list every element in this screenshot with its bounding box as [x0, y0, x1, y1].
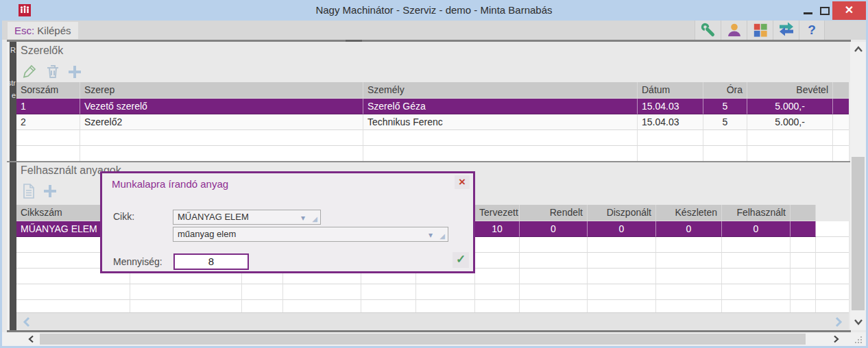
- add-plus-icon[interactable]: [43, 184, 58, 199]
- chevron-down-icon[interactable]: ▾: [429, 228, 433, 242]
- background-text-fragment: str: [10, 79, 16, 87]
- cell-datum: 15.04.03: [638, 114, 703, 130]
- wrench-icon: [700, 22, 716, 38]
- section-divider: [7, 161, 851, 162]
- cell-szemely: Technikus Ferenc: [363, 114, 638, 130]
- modules-button[interactable]: [747, 21, 773, 40]
- cell-ora: 5: [703, 114, 747, 130]
- quantity-label: Mennyiség:: [113, 256, 162, 267]
- window-title: Nagy Machinátor - Szerviz - demo - Minta…: [0, 0, 868, 21]
- cikk-name-dropdown[interactable]: műanyag elem ▾ ◢: [173, 227, 448, 242]
- scroll-left-icon[interactable]: [22, 316, 32, 327]
- scroll-right-icon[interactable]: [834, 316, 843, 327]
- cikk-label: Cikk:: [113, 211, 134, 222]
- cell-szemely: Szerelő Géza: [363, 99, 638, 114]
- cell-ora: 5: [703, 99, 747, 114]
- column-header: [833, 82, 849, 99]
- dialog-close-button[interactable]: ×: [455, 175, 470, 189]
- table-row[interactable]: 2 Szerelő2 Technikus Ferenc 15.04.03 5 5…: [16, 114, 849, 130]
- column-header: Dátum: [638, 82, 703, 99]
- transfer-icon: [777, 22, 795, 38]
- column-header: Rendelt: [520, 205, 588, 221]
- table-row-empty[interactable]: [16, 300, 849, 312]
- table-row-empty[interactable]: [16, 130, 849, 146]
- scroll-right-icon[interactable]: [833, 335, 840, 343]
- cell-szerep: Szerelő2: [80, 114, 363, 130]
- exit-button[interactable]: Esc: Kilépés: [8, 22, 78, 39]
- user-icon: [726, 22, 743, 38]
- modules-icon: [753, 23, 768, 38]
- mechanics-actions: [22, 64, 82, 80]
- column-header: Felhasznált: [722, 205, 791, 221]
- scroll-down-icon[interactable]: [854, 319, 863, 325]
- vertical-scrollbar[interactable]: [850, 42, 866, 330]
- cell-diszponalt: 0: [588, 221, 656, 237]
- toolbar: Esc: Kilépés: [2, 21, 866, 40]
- cell-sorszam: 2: [16, 114, 80, 130]
- transfer-button[interactable]: [773, 21, 799, 40]
- resize-grip[interactable]: [855, 336, 862, 343]
- quantity-input[interactable]: 8: [173, 253, 249, 270]
- user-button[interactable]: [721, 21, 747, 40]
- background-text-fragment: R: [10, 46, 16, 54]
- column-header: Szerep: [80, 82, 363, 99]
- dropdown-corner-icon[interactable]: ◢: [312, 212, 317, 226]
- exit-key-label: Esc:: [14, 25, 34, 36]
- material-dialog: Munkalapra írandó anyag × Cikk: MŰANYAG …: [100, 171, 475, 273]
- background-panel-edge: R str e: [10, 42, 16, 330]
- cell-bevetel: 5.000,-: [747, 99, 833, 114]
- cell-tervezett: 10: [475, 221, 520, 237]
- table-row-empty[interactable]: [16, 146, 849, 162]
- column-header: Személy: [363, 82, 638, 99]
- cell-datum: 15.04.03: [638, 99, 703, 114]
- cikk-name-dropdown-value: műanyag elem: [178, 229, 236, 239]
- cell-bevetel: 5.000,-: [747, 114, 833, 130]
- app-window: Nagy Machinátor - Szerviz - demo - Minta…: [0, 0, 868, 348]
- column-header: [791, 205, 816, 221]
- exit-label: Kilépés: [37, 25, 71, 36]
- cell-keszleten: 0: [656, 221, 722, 237]
- table-row-empty[interactable]: [16, 284, 849, 300]
- column-header: Tervezett: [475, 205, 520, 221]
- delete-trash-icon[interactable]: [45, 64, 60, 80]
- column-header: Készleten: [656, 205, 722, 221]
- vertical-scrollbar-thumb[interactable]: [852, 157, 865, 310]
- mechanics-table: Sorszám Szerep Személy Dátum Óra Bevétel…: [16, 82, 849, 162]
- help-button[interactable]: ?: [799, 21, 825, 40]
- minimize-button[interactable]: [801, 3, 816, 18]
- edit-pencil-icon[interactable]: [22, 64, 38, 80]
- cell-szerep: Vezető szerelő: [80, 99, 363, 114]
- cikk-dropdown-value: MŰANYAG ELEM: [178, 212, 249, 222]
- mechanics-table-header: Sorszám Szerep Személy Dátum Óra Bevétel: [16, 82, 849, 99]
- cell-extra: [833, 114, 849, 130]
- settings-wrench-button[interactable]: [695, 21, 721, 40]
- cikk-dropdown[interactable]: MŰANYAG ELEM ▾ ◢: [173, 210, 321, 225]
- cell-felhasznalt: 0: [722, 221, 791, 237]
- chevron-down-icon[interactable]: ▾: [301, 211, 305, 225]
- column-header: Bevétel: [747, 82, 833, 99]
- column-header: [816, 205, 849, 221]
- toolbar-icons: ?: [695, 21, 825, 40]
- cell-sorszam: 1: [16, 99, 80, 114]
- dropdown-corner-icon[interactable]: ◢: [439, 229, 445, 243]
- column-header: Diszponált: [588, 205, 656, 221]
- table-row-selected[interactable]: 1 Vezető szerelő Szerelő Géza 15.04.03 5…: [16, 99, 849, 114]
- title-bar: Nagy Machinátor - Szerviz - demo - Minta…: [0, 0, 868, 21]
- help-icon: ?: [808, 23, 816, 38]
- materials-actions: [22, 183, 58, 199]
- dialog-title: Munkalapra írandó anyag: [112, 178, 228, 190]
- column-header: Sorszám: [16, 82, 80, 99]
- document-icon[interactable]: [22, 183, 36, 199]
- window-horizontal-scrollbar[interactable]: [2, 332, 866, 346]
- scroll-left-icon[interactable]: [27, 335, 34, 343]
- materials-horizontal-scrollbar[interactable]: [16, 312, 849, 330]
- column-header: Óra: [703, 82, 747, 99]
- cell-rendelt: 0: [520, 221, 588, 237]
- scroll-up-icon[interactable]: [854, 46, 863, 53]
- horizontal-scrollbar-thumb[interactable]: [40, 334, 806, 345]
- add-plus-icon[interactable]: [67, 64, 82, 79]
- maximize-button[interactable]: [817, 3, 832, 18]
- dialog-ok-button[interactable]: ✓: [453, 252, 469, 268]
- cell-extra: [833, 99, 849, 114]
- close-button[interactable]: ✕: [832, 1, 866, 20]
